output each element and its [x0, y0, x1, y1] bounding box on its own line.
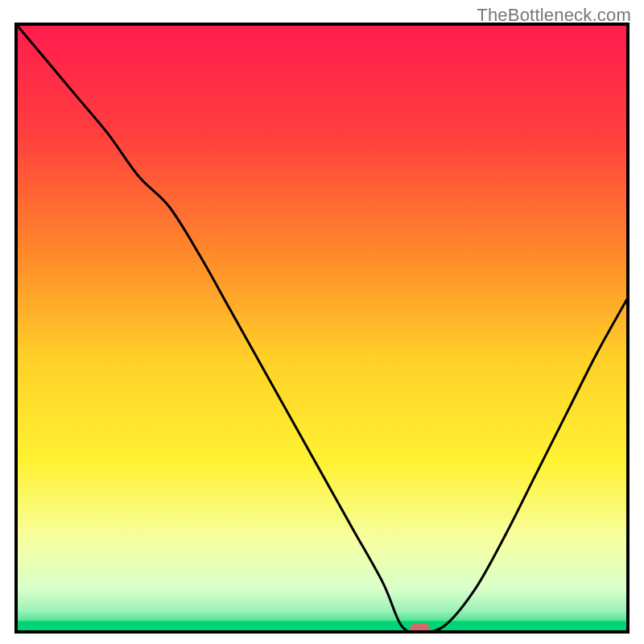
watermark-text: TheBottleneck.com [477, 5, 631, 26]
plot-background [16, 24, 628, 632]
floor-band [16, 621, 628, 632]
chart-container: TheBottleneck.com [0, 0, 644, 644]
bottleneck-line-chart [0, 0, 644, 644]
